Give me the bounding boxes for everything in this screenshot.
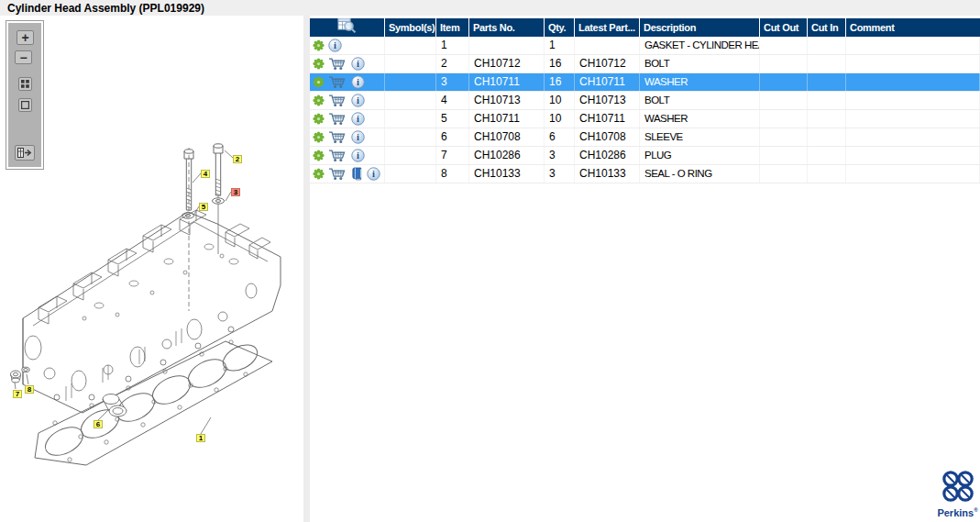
qty-cell[interactable]: 1 [545, 37, 575, 54]
comment-cell[interactable] [846, 165, 980, 183]
cut-in-cell[interactable] [808, 128, 846, 146]
table-row[interactable]: i4CH1071310CH10713BOLT [310, 92, 980, 110]
parts-no-cell[interactable]: CH10708 [469, 128, 545, 146]
qty-cell[interactable]: 10 [545, 110, 575, 128]
description-cell[interactable]: GASKET - CYLINDER HEAD [640, 37, 760, 54]
description-cell[interactable]: PLUG [640, 147, 760, 164]
comment-cell[interactable] [846, 128, 980, 146]
cut-out-cell[interactable] [760, 37, 808, 54]
table-row[interactable]: i5CH1071110CH10711WASHER [310, 110, 980, 128]
item-cell[interactable]: 8 [436, 165, 469, 183]
qty-cell[interactable]: 6 [545, 128, 575, 146]
callout-4[interactable]: 4 [201, 170, 210, 178]
item-cell[interactable]: 5 [436, 110, 469, 128]
parts-no-cell[interactable]: CH10711 [469, 110, 545, 128]
symbol-cell[interactable] [385, 147, 436, 164]
info-icon[interactable]: i [351, 57, 365, 71]
cart-icon[interactable] [328, 75, 347, 89]
comment-cell[interactable] [846, 92, 980, 109]
callout-7[interactable]: 7 [13, 390, 22, 398]
parts-no-cell[interactable] [469, 37, 545, 54]
tile-view-button[interactable] [18, 77, 32, 91]
latest-part-cell[interactable]: CH10713 [575, 92, 640, 109]
description-cell[interactable]: SEAL - O RING [640, 165, 760, 183]
callout-3[interactable]: 3 [231, 188, 240, 196]
symbol-cell[interactable] [385, 165, 436, 183]
table-row[interactable]: i7CH102863CH10286PLUG [310, 147, 980, 165]
description-cell[interactable]: WASHER [640, 73, 760, 91]
cut-in-cell[interactable] [808, 165, 846, 183]
cut-out-cell[interactable] [760, 110, 808, 128]
gear-icon[interactable] [313, 113, 325, 125]
parts-no-cell[interactable]: CH10711 [469, 73, 545, 91]
zoom-in-button[interactable]: + [17, 30, 34, 45]
cut-in-cell[interactable] [808, 92, 846, 109]
table-row[interactable]: i6CH107086CH10708SLEEVE [310, 128, 980, 147]
info-icon[interactable]: i [351, 94, 365, 107]
info-icon[interactable]: i [351, 75, 365, 89]
symbol-cell[interactable] [385, 37, 436, 54]
callout-8[interactable]: 8 [25, 385, 34, 394]
callout-5[interactable]: 5 [199, 203, 208, 211]
cart-icon[interactable] [328, 149, 347, 162]
comment-cell[interactable] [846, 73, 980, 91]
qty-cell[interactable]: 10 [545, 92, 575, 109]
item-cell[interactable]: 4 [436, 92, 469, 109]
info-icon[interactable]: i [328, 39, 342, 52]
cut-out-cell[interactable] [760, 92, 808, 109]
cut-in-cell[interactable] [808, 110, 846, 128]
cut-in-cell[interactable] [808, 55, 846, 72]
item-cell[interactable]: 7 [436, 147, 469, 164]
cart-icon[interactable] [328, 167, 347, 181]
panel-divider[interactable] [303, 16, 310, 522]
cut-in-cell[interactable] [808, 37, 846, 54]
info-icon[interactable]: i [351, 130, 365, 144]
gear-icon[interactable] [313, 168, 325, 180]
symbol-cell[interactable] [385, 92, 436, 109]
symbol-cell[interactable] [385, 73, 436, 91]
latest-part-cell[interactable]: CH10711 [575, 110, 640, 128]
symbol-cell[interactable] [385, 128, 436, 146]
description-cell[interactable]: BOLT [640, 92, 760, 109]
cut-in-cell[interactable] [808, 147, 846, 164]
cart-icon[interactable] [328, 94, 347, 107]
latest-part-cell[interactable]: CH10712 [575, 55, 640, 72]
gear-icon[interactable] [313, 58, 325, 70]
latest-part-cell[interactable]: CH10711 [575, 73, 640, 91]
gear-icon[interactable] [313, 94, 325, 106]
gear-icon[interactable] [313, 76, 325, 88]
item-cell[interactable]: 6 [436, 128, 469, 146]
qty-cell[interactable]: 16 [545, 55, 575, 72]
callout-1[interactable]: 1 [196, 434, 205, 442]
cut-out-cell[interactable] [760, 147, 808, 164]
qty-cell[interactable]: 3 [545, 165, 575, 183]
latest-part-cell[interactable]: CH10133 [575, 165, 640, 183]
info-icon[interactable]: i [367, 167, 380, 181]
parts-no-cell[interactable]: CH10133 [469, 165, 545, 183]
fit-view-button[interactable] [18, 98, 32, 112]
qty-cell[interactable]: 3 [545, 147, 575, 164]
cart-icon[interactable] [328, 130, 347, 144]
cut-out-cell[interactable] [760, 55, 808, 72]
info-icon[interactable]: i [351, 112, 365, 126]
table-row[interactable]: i2CH1071216CH10712BOLT [310, 55, 980, 73]
latest-part-cell[interactable]: CH10286 [575, 147, 640, 164]
parts-no-cell[interactable]: CH10286 [469, 147, 545, 164]
item-cell[interactable]: 1 [436, 37, 469, 54]
column-header-filter[interactable] [310, 18, 385, 37]
description-cell[interactable]: BOLT [640, 55, 760, 72]
comment-cell[interactable] [846, 110, 980, 128]
callout-2[interactable]: 2 [233, 155, 242, 163]
gear-icon[interactable] [313, 150, 325, 161]
callout-6[interactable]: 6 [94, 420, 103, 428]
table-row[interactable]: i11GASKET - CYLINDER HEAD [310, 37, 980, 55]
table-row[interactable]: i8CH101333CH10133SEAL - O RING [310, 165, 980, 183]
book-icon[interactable] [351, 167, 363, 181]
symbol-cell[interactable] [385, 110, 436, 128]
gear-icon[interactable] [313, 131, 325, 143]
cut-in-cell[interactable] [808, 73, 846, 91]
item-cell[interactable]: 3 [436, 73, 469, 91]
expand-panel-button[interactable] [15, 145, 35, 161]
comment-cell[interactable] [846, 147, 980, 164]
symbol-cell[interactable] [385, 55, 436, 72]
